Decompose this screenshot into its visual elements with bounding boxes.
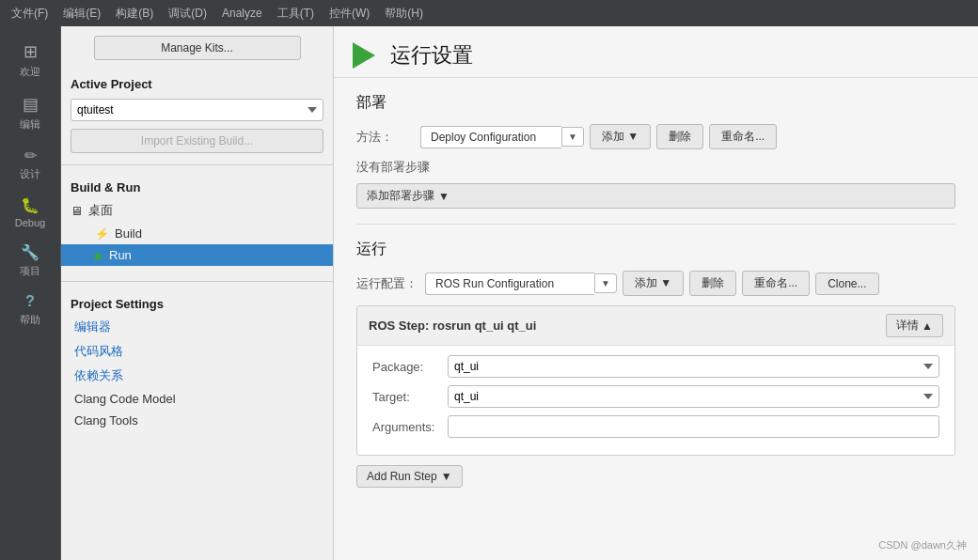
sidebar-item-design[interactable]: ✏ 设计 [0, 139, 60, 189]
settings-item-code-style[interactable]: 代码风格 [61, 339, 333, 364]
run-config-label: 运行配置： [356, 275, 418, 292]
deploy-section-title: 部署 [356, 93, 955, 113]
target-row: Target: qt_ui [372, 385, 939, 408]
run-add-button[interactable]: 添加 ▼ [623, 271, 684, 296]
run-rename-button[interactable]: 重命名... [742, 271, 810, 296]
monitor-icon: 🖥 [71, 204, 83, 218]
sidebar-item-label-welcome: 欢迎 [20, 65, 40, 79]
left-divider-1 [61, 164, 333, 165]
menu-edit[interactable]: 编辑(E) [55, 2, 108, 25]
target-input: qt_ui [448, 385, 939, 408]
run-config-dropdown[interactable]: ROS Run Configuration [425, 272, 594, 295]
package-label: Package: [372, 360, 448, 374]
menu-help[interactable]: 帮助(H) [377, 2, 431, 25]
menu-controls[interactable]: 控件(W) [322, 2, 377, 25]
run-delete-button[interactable]: 删除 [689, 271, 736, 296]
ros-step-title: ROS Step: rosrun qt_ui qt_ui [369, 319, 536, 333]
menu-analyze[interactable]: Analyze [214, 3, 270, 23]
design-icon: ✏ [24, 147, 37, 164]
deploy-method-label: 方法： [356, 129, 413, 146]
run-clone-button[interactable]: Clone... [815, 272, 878, 295]
deploy-delete-button[interactable]: 删除 [656, 124, 703, 149]
run-section: 运行 运行配置： ROS Run Configuration ▼ 添加 ▼ 删除… [334, 225, 978, 503]
package-select[interactable]: qt_ui [448, 355, 939, 378]
manage-kits-button[interactable]: Manage Kits... [94, 36, 301, 60]
deploy-add-button[interactable]: 添加 ▼ [590, 124, 651, 149]
deploy-method-dropdown[interactable]: Deploy Configuration [420, 126, 561, 148]
settings-item-editor[interactable]: 编辑器 [61, 315, 333, 339]
run-settings-header: 运行设置 [334, 26, 978, 78]
add-run-step-label: Add Run Step [367, 470, 437, 483]
ros-step-box: ROS Step: rosrun qt_ui qt_ui 详情 ▲ Packag… [356, 305, 955, 456]
add-deploy-step-button[interactable]: 添加部署步骤 ▼ [356, 183, 955, 209]
deploy-method-arrow[interactable]: ▼ [561, 127, 584, 147]
tree-item-build[interactable]: ⚡ Build [61, 223, 333, 244]
arguments-label: Arguments: [372, 420, 448, 434]
deploy-method-dropdown-group: Deploy Configuration ▼ [420, 126, 584, 148]
import-build-button[interactable]: Import Existing Build... [71, 129, 323, 153]
menu-tools[interactable]: 工具(T) [270, 2, 322, 25]
arguments-row: Arguments: [372, 415, 939, 438]
run-section-title: 运行 [356, 240, 955, 259]
sidebar-item-welcome[interactable]: ⊞ 欢迎 [0, 34, 60, 86]
run-settings-title: 运行设置 [390, 41, 473, 70]
sidebar-item-label-project: 项目 [20, 264, 40, 278]
no-deploy-steps-text: 没有部署步骤 [356, 159, 955, 176]
ros-step-header: ROS Step: rosrun qt_ui qt_ui 详情 ▲ [357, 306, 954, 346]
build-run-title: Build & Run [61, 173, 333, 198]
sidebar-item-debug[interactable]: 🐛 Debug [0, 189, 60, 236]
main-content: 运行设置 部署 方法： Deploy Configuration ▼ 添加 ▼ … [334, 26, 978, 560]
run-config-arrow[interactable]: ▼ [594, 273, 617, 293]
sidebar-item-label-debug: Debug [15, 217, 45, 228]
run-config-row: 运行配置： ROS Run Configuration ▼ 添加 ▼ 删除 重命… [356, 271, 955, 296]
settings-item-clang-model[interactable]: Clang Code Model [61, 388, 333, 410]
sidebar-item-label-edit: 编辑 [20, 117, 40, 132]
active-project-title: Active Project [61, 70, 333, 95]
package-input: qt_ui [448, 355, 939, 378]
arguments-input[interactable] [448, 415, 939, 438]
sidebar-item-help[interactable]: ? 帮助 [0, 286, 60, 334]
menu-debug[interactable]: 调试(D) [161, 2, 214, 25]
left-divider-2 [61, 281, 333, 282]
project-select-row: qtuitest [61, 95, 333, 125]
run-icon: ▶ [95, 249, 103, 262]
icon-sidebar: ⊞ 欢迎 ▤ 编辑 ✏ 设计 🐛 Debug 🔧 项目 ? 帮助 [0, 26, 61, 560]
welcome-icon: ⊞ [24, 41, 38, 62]
add-deploy-step-label: 添加部署步骤 [367, 188, 434, 204]
target-select[interactable]: qt_ui [448, 385, 939, 408]
add-run-step-arrow: ▼ [441, 470, 452, 483]
project-select[interactable]: qtuitest [71, 99, 323, 121]
play-icon [353, 42, 375, 69]
settings-item-dependencies[interactable]: 依赖关系 [61, 364, 333, 388]
app-body: ⊞ 欢迎 ▤ 编辑 ✏ 设计 🐛 Debug 🔧 项目 ? 帮助 Manage … [0, 26, 978, 560]
sidebar-item-label-design: 设计 [20, 167, 40, 181]
project-icon: 🔧 [21, 243, 39, 261]
tree-item-build-label: Build [115, 226, 142, 241]
tree-item-run-label: Run [109, 248, 132, 262]
add-deploy-step-arrow: ▼ [438, 190, 450, 203]
deploy-rename-button[interactable]: 重命名... [709, 124, 777, 149]
tree-parent-label: 桌面 [88, 202, 113, 219]
debug-icon: 🐛 [21, 196, 39, 214]
sidebar-item-label-help: 帮助 [20, 313, 40, 327]
details-arrow-icon: ▲ [922, 319, 933, 333]
deploy-section: 部署 方法： Deploy Configuration ▼ 添加 ▼ 删除 重命… [334, 78, 978, 224]
run-config-dropdown-group: ROS Run Configuration ▼ [425, 272, 617, 295]
edit-icon: ▤ [23, 94, 39, 115]
sidebar-item-project[interactable]: 🔧 项目 [0, 236, 60, 286]
build-icon: ⚡ [95, 227, 109, 241]
add-run-step-button[interactable]: Add Run Step ▼ [356, 465, 463, 488]
details-button[interactable]: 详情 ▲ [886, 314, 943, 337]
ros-step-content: Package: qt_ui Target: qt_ui [357, 346, 954, 455]
help-icon: ? [25, 293, 35, 310]
sidebar-item-edit[interactable]: ▤ 编辑 [0, 86, 60, 139]
tree-parent-desktop[interactable]: 🖥 桌面 [61, 198, 333, 223]
menu-build[interactable]: 构建(B) [108, 2, 161, 25]
project-settings-title: Project Settings [61, 289, 333, 315]
settings-item-clang-tools[interactable]: Clang Tools [61, 410, 333, 431]
menu-file[interactable]: 文件(F) [4, 2, 55, 25]
tree-item-run[interactable]: ▶ Run [61, 244, 333, 266]
menu-bar: 文件(F) 编辑(E) 构建(B) 调试(D) Analyze 工具(T) 控件… [0, 0, 978, 26]
package-row: Package: qt_ui [372, 355, 939, 378]
deploy-method-row: 方法： Deploy Configuration ▼ 添加 ▼ 删除 重命名..… [356, 124, 955, 149]
